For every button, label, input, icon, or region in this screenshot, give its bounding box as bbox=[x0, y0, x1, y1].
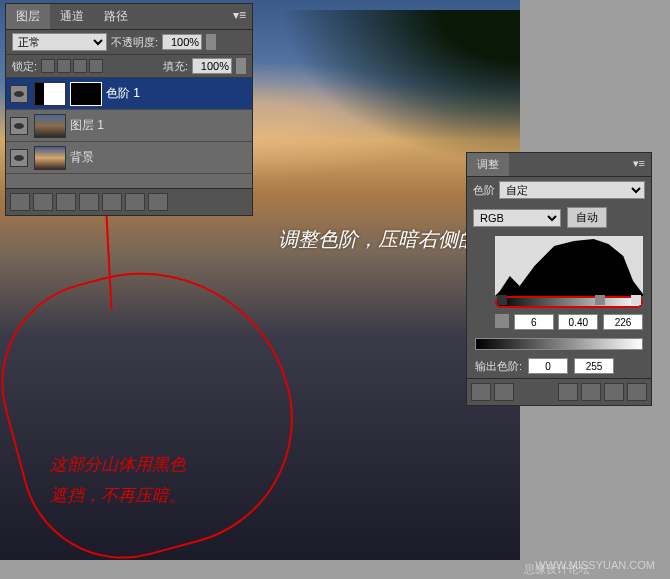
layer-thumb-mask[interactable] bbox=[70, 82, 102, 106]
levels-type-label: 色阶 bbox=[473, 183, 495, 198]
visibility-icon[interactable] bbox=[10, 149, 28, 167]
layer-row-levels[interactable]: 色阶 1 bbox=[6, 78, 252, 110]
layer-label: 色阶 1 bbox=[106, 85, 140, 102]
input-levels-values bbox=[467, 312, 651, 334]
annotation-red-line2: 遮挡，不再压暗。 bbox=[50, 481, 186, 512]
blend-mode-row: 正常 不透明度: bbox=[6, 30, 252, 55]
tab-layers[interactable]: 图层 bbox=[6, 4, 50, 29]
panel-menu-icon[interactable]: ▾≡ bbox=[227, 4, 252, 29]
layer-thumb[interactable] bbox=[34, 114, 66, 138]
lock-all-icon[interactable] bbox=[89, 59, 103, 73]
fill-label: 填充: bbox=[163, 59, 188, 74]
lock-row: 锁定: 填充: bbox=[6, 55, 252, 78]
lock-transparency-icon[interactable] bbox=[41, 59, 55, 73]
input-gamma-field[interactable] bbox=[558, 314, 598, 330]
channel-select[interactable]: RGB bbox=[473, 209, 561, 227]
group-icon[interactable] bbox=[102, 193, 122, 211]
lock-pixels-icon[interactable] bbox=[57, 59, 71, 73]
new-layer-icon[interactable] bbox=[125, 193, 145, 211]
layer-row-image[interactable]: 图层 1 bbox=[6, 110, 252, 142]
output-label: 输出色阶: bbox=[475, 359, 522, 374]
layer-thumb[interactable] bbox=[34, 146, 66, 170]
trash-icon[interactable] bbox=[627, 383, 647, 401]
output-white-field[interactable] bbox=[574, 358, 614, 374]
adjustments-panel: 调整 ▾≡ 色阶 自定 RGB 自动 输出色阶: bbox=[466, 152, 652, 406]
reset-icon[interactable] bbox=[604, 383, 624, 401]
preset-select[interactable]: 自定 bbox=[499, 181, 645, 199]
mask-icon[interactable] bbox=[56, 193, 76, 211]
lock-label: 锁定: bbox=[12, 59, 37, 74]
layer-row-background[interactable]: 背景 bbox=[6, 142, 252, 174]
tab-paths[interactable]: 路径 bbox=[94, 4, 138, 29]
adjustment-icon[interactable] bbox=[79, 193, 99, 211]
layer-label: 背景 bbox=[70, 149, 94, 166]
layer-thumb-adjustment[interactable] bbox=[34, 82, 66, 106]
opacity-input[interactable] bbox=[162, 34, 202, 50]
histogram-shape bbox=[495, 236, 643, 296]
layer-list: 色阶 1 图层 1 背景 bbox=[6, 78, 252, 188]
layers-panel: 图层 通道 路径 ▾≡ 正常 不透明度: 锁定: 填充: 色阶 1 bbox=[5, 3, 253, 216]
tab-adjustments[interactable]: 调整 bbox=[467, 153, 509, 176]
annotation-red-line1: 这部分山体用黑色 bbox=[50, 450, 186, 481]
visibility-icon[interactable] bbox=[10, 85, 28, 103]
input-levels-slider[interactable] bbox=[495, 296, 643, 308]
adjustments-panel-header: 调整 ▾≡ bbox=[467, 153, 651, 177]
layers-footer bbox=[6, 188, 252, 215]
opacity-dropdown-icon[interactable] bbox=[206, 34, 216, 50]
layer-label: 图层 1 bbox=[70, 117, 104, 134]
input-black-field[interactable] bbox=[514, 314, 554, 330]
eye-icon[interactable] bbox=[558, 383, 578, 401]
black-point-handle[interactable] bbox=[497, 295, 507, 305]
annotation-red-text: 这部分山体用黑色 遮挡，不再压暗。 bbox=[50, 450, 186, 511]
lock-position-icon[interactable] bbox=[73, 59, 87, 73]
channel-row: RGB 自动 bbox=[467, 203, 651, 232]
input-white-field[interactable] bbox=[603, 314, 643, 330]
levels-preset-row: 色阶 自定 bbox=[467, 177, 651, 203]
trash-icon[interactable] bbox=[148, 193, 168, 211]
prev-state-icon[interactable] bbox=[581, 383, 601, 401]
layers-panel-tabs: 图层 通道 路径 ▾≡ bbox=[6, 4, 252, 30]
link-layers-icon[interactable] bbox=[10, 193, 30, 211]
adjustments-footer bbox=[467, 378, 651, 405]
clip-icon[interactable] bbox=[495, 314, 509, 328]
white-point-handle[interactable] bbox=[631, 295, 641, 305]
gray-point-handle[interactable] bbox=[595, 295, 605, 305]
tab-channels[interactable]: 通道 bbox=[50, 4, 94, 29]
watermark-url: WWW.MISSYUAN.COM bbox=[535, 559, 655, 571]
fill-dropdown-icon[interactable] bbox=[236, 58, 246, 74]
opacity-label: 不透明度: bbox=[111, 35, 158, 50]
return-icon[interactable] bbox=[471, 383, 491, 401]
visibility-icon[interactable] bbox=[10, 117, 28, 135]
output-gradient[interactable] bbox=[475, 338, 643, 350]
fill-input[interactable] bbox=[192, 58, 232, 74]
blend-mode-select[interactable]: 正常 bbox=[12, 33, 107, 51]
lock-icons bbox=[41, 59, 103, 73]
output-black-field[interactable] bbox=[528, 358, 568, 374]
clip-layer-icon[interactable] bbox=[494, 383, 514, 401]
panel-menu-icon[interactable]: ▾≡ bbox=[627, 153, 651, 176]
fx-icon[interactable] bbox=[33, 193, 53, 211]
auto-button[interactable]: 自动 bbox=[567, 207, 607, 228]
histogram bbox=[495, 236, 643, 296]
output-levels-row: 输出色阶: bbox=[467, 354, 651, 378]
